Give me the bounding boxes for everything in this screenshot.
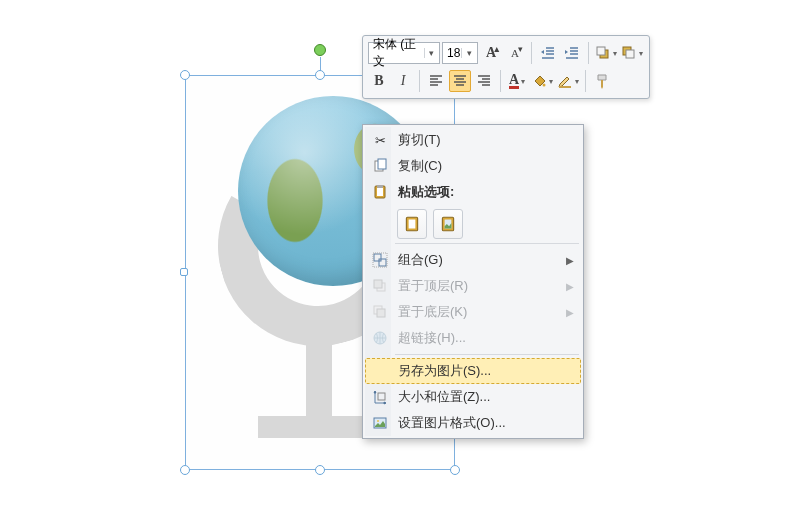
font-color-button[interactable]: A	[506, 70, 528, 92]
svg-rect-5	[559, 86, 571, 88]
menu-cut[interactable]: ✂ 剪切(T)	[365, 127, 581, 153]
paste-option-keep-formatting[interactable]	[397, 209, 427, 239]
paint-bucket-icon	[531, 73, 547, 89]
submenu-arrow-icon: ▶	[566, 281, 574, 292]
menu-group[interactable]: 组合(G) ▶	[365, 247, 581, 273]
align-center-button[interactable]	[449, 70, 471, 92]
decrease-indent-icon	[540, 45, 556, 61]
increase-indent-icon	[564, 45, 580, 61]
mini-toolbar: 宋体 (正文 ▾ 18 ▾ A▴ A▾	[362, 35, 650, 99]
font-color-icon: A	[509, 74, 519, 89]
menu-copy[interactable]: 复制(C)	[365, 153, 581, 179]
svg-rect-21	[377, 309, 385, 317]
menu-size-and-position[interactable]: 大小和位置(Z)...	[365, 384, 581, 410]
svg-rect-16	[379, 259, 386, 266]
group-icon	[371, 251, 389, 269]
bold-button[interactable]: B	[368, 70, 390, 92]
menu-save-as-picture[interactable]: 另存为图片(S)...	[365, 358, 581, 384]
decrease-indent-button[interactable]	[537, 42, 559, 64]
svg-rect-15	[374, 254, 381, 261]
menu-bring-to-front[interactable]: 置于顶层(R) ▶	[365, 273, 581, 299]
svg-rect-19	[374, 280, 382, 288]
send-backward-button[interactable]	[620, 42, 644, 64]
format-painter-button[interactable]	[591, 70, 613, 92]
svg-rect-10	[377, 185, 383, 188]
submenu-arrow-icon: ▶	[566, 255, 574, 266]
font-size-combo[interactable]: 18 ▾	[442, 42, 478, 64]
align-left-icon	[428, 73, 444, 89]
resize-handle-tm[interactable]	[315, 70, 325, 80]
menu-send-to-back[interactable]: 置于底层(K) ▶	[365, 299, 581, 325]
document-canvas: 宋体 (正文 ▾ 18 ▾ A▴ A▾	[0, 0, 800, 518]
clipboard-blank-icon	[403, 215, 421, 233]
align-left-button[interactable]	[425, 70, 447, 92]
font-name-value: 宋体 (正文	[373, 36, 424, 70]
context-menu: ✂ 剪切(T) 复制(C) 粘贴选项:	[362, 124, 584, 439]
format-picture-icon	[371, 414, 389, 432]
svg-rect-23	[378, 393, 385, 400]
pencil-outline-icon	[557, 73, 573, 89]
svg-rect-12	[409, 220, 416, 229]
size-position-icon	[371, 388, 389, 406]
clipboard-picture-icon	[439, 215, 457, 233]
clipboard-icon	[371, 183, 389, 201]
rotate-handle[interactable]	[314, 44, 326, 56]
paste-options-row	[397, 209, 581, 239]
fill-color-button[interactable]	[530, 70, 554, 92]
chevron-down-icon: ▾	[424, 48, 435, 58]
align-right-button[interactable]	[473, 70, 495, 92]
outline-color-button[interactable]	[556, 70, 580, 92]
menu-paste-options-header: 粘贴选项:	[365, 179, 581, 205]
copy-icon	[371, 157, 389, 175]
resize-handle-tl[interactable]	[180, 70, 190, 80]
shrink-font-button[interactable]: A▾	[504, 42, 526, 64]
italic-button[interactable]: I	[392, 70, 414, 92]
align-center-icon	[452, 73, 468, 89]
layers-front-icon	[595, 45, 611, 61]
hyperlink-icon	[371, 329, 389, 347]
svg-rect-1	[597, 47, 605, 55]
layers-back-icon	[621, 45, 637, 61]
svg-point-4	[543, 84, 546, 87]
font-size-value: 18	[447, 46, 460, 60]
svg-point-25	[377, 420, 379, 422]
chevron-down-icon: ▾	[461, 48, 473, 58]
submenu-arrow-icon: ▶	[566, 307, 574, 318]
align-right-icon	[476, 73, 492, 89]
svg-rect-9	[377, 188, 383, 196]
increase-indent-button[interactable]	[561, 42, 583, 64]
grow-font-button[interactable]: A▴	[480, 42, 502, 64]
scissors-icon: ✂	[371, 131, 389, 149]
menu-format-picture[interactable]: 设置图片格式(O)...	[365, 410, 581, 436]
paste-option-picture[interactable]	[433, 209, 463, 239]
paintbrush-icon	[594, 73, 610, 89]
resize-handle-br[interactable]	[450, 465, 460, 475]
bring-forward-button[interactable]	[594, 42, 618, 64]
svg-rect-17	[373, 253, 387, 267]
menu-hyperlink[interactable]: 超链接(H)...	[365, 325, 581, 351]
resize-handle-ml[interactable]	[180, 268, 188, 276]
resize-handle-bm[interactable]	[315, 465, 325, 475]
svg-rect-7	[378, 159, 386, 169]
send-back-icon	[371, 303, 389, 321]
bring-front-icon	[371, 277, 389, 295]
svg-rect-3	[626, 50, 634, 58]
resize-handle-bl[interactable]	[180, 465, 190, 475]
font-name-combo[interactable]: 宋体 (正文 ▾	[368, 42, 440, 64]
